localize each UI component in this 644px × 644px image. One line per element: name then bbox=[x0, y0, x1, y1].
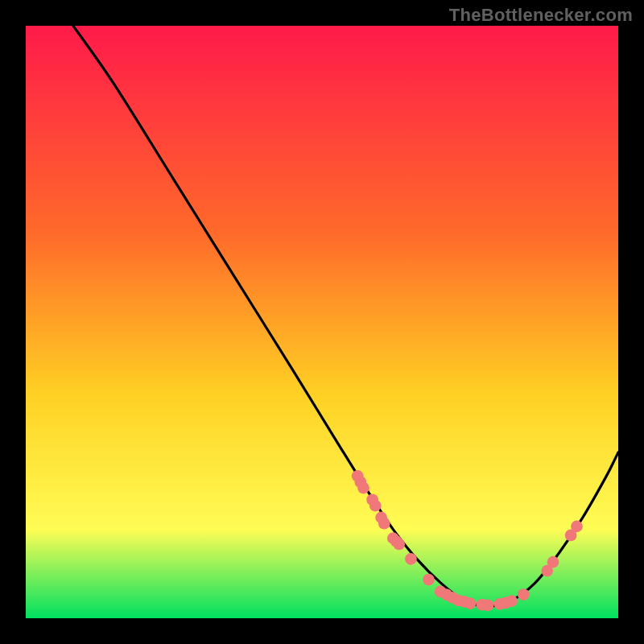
data-marker bbox=[423, 574, 435, 586]
data-marker bbox=[482, 599, 494, 611]
data-marker bbox=[571, 521, 583, 533]
chart-svg bbox=[26, 26, 618, 618]
data-marker bbox=[506, 595, 518, 607]
attribution-watermark: TheBottlenecker.com bbox=[449, 5, 633, 26]
data-marker bbox=[366, 493, 378, 506]
data-marker bbox=[547, 556, 559, 568]
plot-area bbox=[26, 26, 618, 618]
data-marker bbox=[518, 588, 530, 601]
data-marker bbox=[393, 539, 405, 551]
data-marker bbox=[378, 518, 390, 530]
chart-frame: TheBottlenecker.com bbox=[0, 0, 644, 644]
gradient-bg bbox=[26, 26, 618, 618]
data-marker bbox=[357, 482, 369, 494]
data-marker bbox=[405, 553, 417, 565]
data-marker bbox=[464, 597, 477, 609]
